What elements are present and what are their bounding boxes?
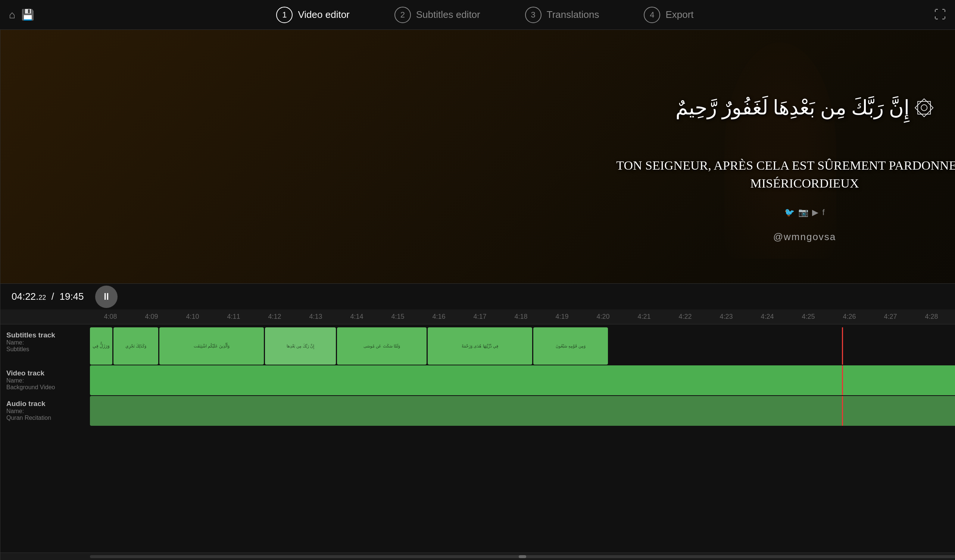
time-display: 04:22.22 / 19:45 [12, 291, 84, 303]
ruler-numbers: 4:08 4:09 4:10 4:11 4:12 4:13 4:14 4:15 … [90, 313, 955, 321]
tick-15: 4:23 [706, 313, 747, 321]
step-label-1: Video editor [298, 9, 349, 20]
nav-step-4[interactable]: 4 Export [644, 7, 694, 23]
subtitle-clip-3[interactable]: إِنَّ رَبَّكَ مِن بَعْدِها [265, 328, 336, 365]
timeline-area: 4:08 4:09 4:10 4:11 4:12 4:13 4:14 4:15 … [0, 309, 955, 560]
subtitle-clip-0[interactable]: وَرَزَلُّ فِي [90, 328, 112, 365]
tick-4: 4:12 [254, 313, 295, 321]
video-track-label: Video track Name: Background Video [0, 365, 90, 395]
arabic-text: إِنَّ رَبَّكَ مِن بَعْدِهَا لَغَفُورٌ رَ… [675, 96, 934, 120]
playhead-video [842, 365, 843, 395]
subtitle-clip-4[interactable]: وَلَمَّا سَكَتَ عَن مُوسَى [337, 328, 427, 365]
step-circle-2: 2 [395, 7, 411, 23]
tick-9: 4:17 [459, 313, 501, 321]
tick-16: 4:24 [747, 313, 788, 321]
tick-6: 4:14 [336, 313, 377, 321]
audio-track-label: Audio track Name: Quran Recitation [0, 396, 90, 426]
nav-step-1[interactable]: 1 Video editor [276, 7, 349, 23]
subtitle-clip-6[interactable]: وَمِن قَوْمِهِ سَبْعُونَ [533, 328, 608, 365]
tick-21: 4:29 [952, 313, 955, 321]
tick-13: 4:21 [624, 313, 665, 321]
instagram-icon: 📷 [798, 207, 808, 217]
video-placeholder: إِنَّ رَبَّكَ مِن بَعْدِهَا لَغَفُورٌ رَ… [0, 30, 955, 283]
subtitles-clips: وَرَزَلُّ فِي وَكَذَلِكَ نَجْزِي وَأَلَّ… [90, 328, 955, 365]
step-circle-4: 4 [644, 7, 660, 23]
tick-5: 4:13 [295, 313, 336, 321]
step-circle-1: 1 [276, 7, 293, 23]
subtitles-track-label: Subtitles track Name: Subtitles [0, 328, 90, 365]
timeline-scrollbar [0, 552, 955, 560]
top-nav: ⌂ 💾 1 Video editor 2 Subtitles editor 3 … [0, 0, 955, 30]
video-track: Video track Name: Background Video [0, 365, 955, 395]
video-area: إِنَّ رَبَّكَ مِن بَعْدِهَا لَغَفُورٌ رَ… [0, 30, 955, 283]
tick-19: 4:27 [870, 313, 911, 321]
tick-17: 4:25 [788, 313, 829, 321]
tick-12: 4:20 [582, 313, 624, 321]
nav-step-3[interactable]: 3 Translations [525, 7, 600, 23]
tick-2: 4:10 [172, 313, 213, 321]
video-track-content[interactable] [90, 365, 955, 395]
subtitle-clip-2[interactable]: وَأَلَّذِينَ عَلَيْكُم اشْتِيَقَت [159, 328, 264, 365]
step-label-3: Translations [547, 9, 600, 20]
tick-10: 4:18 [501, 313, 542, 321]
nav-icons: ⌂ 💾 [0, 9, 60, 21]
audio-track-content[interactable] [90, 396, 955, 426]
timeline-tracks: Subtitles track Name: Subtitles وَرَزَلُ… [0, 324, 955, 552]
scrollbar-track[interactable] [90, 555, 955, 558]
tick-1: 4:09 [131, 313, 172, 321]
fullscreen-icon[interactable]: ⛶ [934, 8, 946, 22]
tick-11: 4:19 [542, 313, 582, 321]
save-icon[interactable]: 💾 [21, 9, 34, 21]
facebook-icon: f [822, 207, 824, 217]
tick-3: 4:11 [213, 313, 254, 321]
step-label-4: Export [665, 9, 694, 20]
playhead-audio [842, 396, 843, 426]
tick-8: 4:16 [418, 313, 459, 321]
nav-steps: 1 Video editor 2 Subtitles editor 3 Tran… [60, 7, 910, 23]
tick-20: 4:28 [911, 313, 952, 321]
video-clip[interactable] [90, 365, 955, 395]
center-right: إِنَّ رَبَّكَ مِن بَعْدِهَا لَغَفُورٌ رَ… [0, 30, 955, 560]
playhead-subtitles [842, 328, 843, 365]
audio-clip[interactable] [90, 396, 955, 426]
tick-18: 4:26 [829, 313, 870, 321]
subtitles-track-content[interactable]: وَرَزَلُّ فِي وَكَذَلِكَ نَجْزِي وَأَلَّ… [90, 328, 955, 365]
tick-14: 4:22 [665, 313, 706, 321]
subtitle-text: ton Seigneur, après cela est sûrement Pa… [616, 157, 955, 192]
tick-0: 4:08 [90, 313, 131, 321]
scrollbar-thumb[interactable] [519, 555, 526, 558]
home-icon[interactable]: ⌂ [9, 9, 15, 21]
timeline-ruler: 4:08 4:09 4:10 4:11 4:12 4:13 4:14 4:15 … [0, 309, 955, 324]
youtube-icon: ▶ [812, 207, 819, 217]
social-handle: @wmngovsa [773, 231, 836, 243]
subtitle-clip-5[interactable]: فِي ذُرِّيَّتِهَا هُدَى وَرَحْمَةً [428, 328, 532, 365]
nav-step-2[interactable]: 2 Subtitles editor [395, 7, 480, 23]
audio-track: Audio track Name: Quran Recitation [0, 396, 955, 426]
nav-right: ⛶ [910, 8, 955, 22]
playback-bar: 04:22.22 / 19:45 ⏸ Press F11 to toggle f… [0, 283, 955, 309]
step-label-2: Subtitles editor [416, 9, 480, 20]
tick-7: 4:15 [377, 313, 418, 321]
social-icons: 🐦 📷 ▶ f [784, 207, 824, 217]
pause-button[interactable]: ⏸ [95, 285, 117, 308]
subtitle-clip-1[interactable]: وَكَذَلِكَ نَجْزِي [113, 328, 158, 365]
step-circle-3: 3 [525, 7, 542, 23]
main-layout: Assets Manager Subtitles Settings 📥 📤 Su… [0, 30, 955, 560]
subtitles-track: Subtitles track Name: Subtitles وَرَزَلُ… [0, 328, 955, 365]
twitter-icon: 🐦 [784, 207, 795, 217]
